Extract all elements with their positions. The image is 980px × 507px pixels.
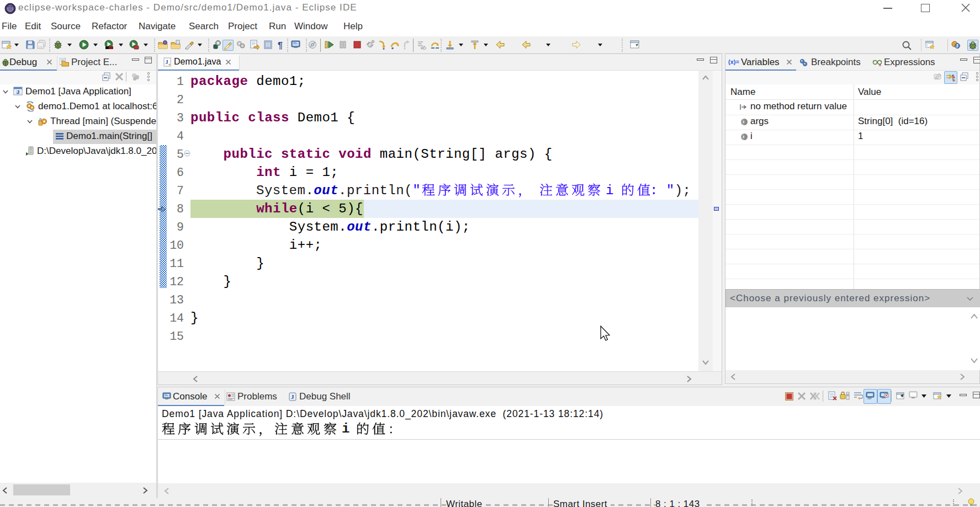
svg-text:J: J	[17, 89, 19, 95]
svg-text:J: J	[956, 43, 958, 49]
svg-text:J: J	[166, 59, 168, 65]
svg-text:J: J	[291, 393, 294, 400]
svg-text:x: x	[879, 63, 881, 67]
